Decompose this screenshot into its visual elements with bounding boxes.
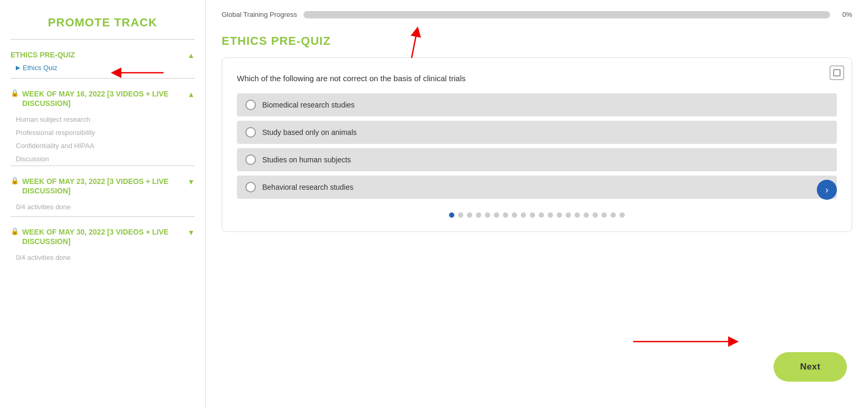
option-row-1[interactable]: Biomedical research studies bbox=[237, 93, 837, 116]
pagination-dot-12[interactable] bbox=[557, 212, 562, 218]
option-row-4[interactable]: Behavioral research studies bbox=[237, 176, 837, 199]
pagination-dot-16[interactable] bbox=[593, 212, 598, 218]
option-row-3[interactable]: Studies on human subjects bbox=[237, 148, 837, 171]
ethics-section-title: ETHICS PRE-QUIZ bbox=[11, 50, 183, 60]
may16-header[interactable]: 🔒 WEEK OF MAY 16, 2022 [3 VIDEOS + LIVE … bbox=[0, 85, 205, 112]
pagination-dot-9[interactable] bbox=[530, 212, 535, 218]
pagination-dot-19[interactable] bbox=[619, 212, 625, 218]
lock-icon-may23: 🔒 bbox=[11, 177, 19, 184]
progress-label: Global Training Progress bbox=[222, 11, 297, 18]
sidebar-title: PROMOTE TRACK bbox=[0, 11, 205, 39]
sidebar-section-may16: 🔒 WEEK OF MAY 16, 2022 [3 VIDEOS + LIVE … bbox=[0, 85, 205, 165]
pagination-dot-14[interactable] bbox=[575, 212, 580, 218]
option-row-2[interactable]: Study based only on animals bbox=[237, 121, 837, 144]
expand-icon-inner bbox=[833, 69, 841, 76]
may23-header[interactable]: 🔒 WEEK OF MAY 23, 2022 [3 VIDEOS + LIVE … bbox=[0, 172, 205, 200]
pagination-dot-0[interactable] bbox=[449, 212, 454, 218]
pagination-dot-2[interactable] bbox=[467, 212, 472, 218]
option-label-2: Study based only on animals bbox=[262, 128, 357, 137]
expand-button[interactable] bbox=[829, 65, 844, 80]
sidebar-section-ethics: ETHICS PRE-QUIZ ▲ ▶ Ethics Quiz bbox=[0, 46, 205, 78]
divider-1 bbox=[11, 78, 195, 79]
pagination-dot-5[interactable] bbox=[494, 212, 499, 218]
radio-option-1 bbox=[245, 100, 256, 110]
may16-item-1: Human subject research bbox=[0, 113, 205, 126]
may30-header-left: 🔒 WEEK OF MAY 30, 2022 [3 VIDEOS + LIVE … bbox=[11, 227, 183, 246]
radio-option-4 bbox=[245, 182, 256, 192]
ethics-collapse-icon: ▲ bbox=[187, 51, 195, 60]
sidebar: PROMOTE TRACK ETHICS PRE-QUIZ ▲ ▶ Ethics… bbox=[0, 0, 206, 408]
may30-title: WEEK OF MAY 30, 2022 [3 VIDEOS + LIVE DI… bbox=[22, 227, 183, 246]
sidebar-divider bbox=[11, 39, 195, 40]
radio-option-3 bbox=[245, 154, 256, 165]
pagination-dot-8[interactable] bbox=[521, 212, 526, 218]
may30-header[interactable]: 🔒 WEEK OF MAY 30, 2022 [3 VIDEOS + LIVE … bbox=[0, 223, 205, 250]
pagination-dot-17[interactable] bbox=[602, 212, 607, 218]
pagination-dot-1[interactable] bbox=[458, 212, 463, 218]
pagination-dot-10[interactable] bbox=[539, 212, 544, 218]
pagination-dot-4[interactable] bbox=[485, 212, 490, 218]
may23-collapse-icon: ▼ bbox=[187, 178, 195, 186]
lock-icon-may30: 🔒 bbox=[11, 227, 19, 235]
pagination-dot-18[interactable] bbox=[611, 212, 616, 218]
next-question-button[interactable]: › bbox=[817, 180, 837, 200]
may16-item-3: Confidentiality and HIPAA bbox=[0, 139, 205, 152]
progress-bar-row: Global Training Progress 0% bbox=[222, 11, 852, 18]
lock-icon-may16: 🔒 bbox=[11, 89, 19, 97]
ethics-quiz-label: Ethics Quiz bbox=[23, 64, 58, 72]
pagination-dot-11[interactable] bbox=[548, 212, 553, 218]
may16-item-2: Professional responsibility bbox=[0, 126, 205, 139]
sidebar-section-may23: 🔒 WEEK OF MAY 23, 2022 [3 VIDEOS + LIVE … bbox=[0, 172, 205, 216]
may23-title: WEEK OF MAY 23, 2022 [3 VIDEOS + LIVE DI… bbox=[22, 177, 183, 196]
divider-3 bbox=[11, 216, 195, 217]
ethics-quiz-link[interactable]: ▶ Ethics Quiz bbox=[0, 62, 205, 78]
may16-header-left: 🔒 WEEK OF MAY 16, 2022 [3 VIDEOS + LIVE … bbox=[11, 89, 183, 108]
pagination-dot-13[interactable] bbox=[566, 212, 571, 218]
may16-title: WEEK OF MAY 16, 2022 [3 VIDEOS + LIVE DI… bbox=[22, 89, 183, 108]
option-label-1: Biomedical research studies bbox=[262, 101, 355, 109]
progress-percent: 0% bbox=[836, 11, 852, 18]
quiz-section-title: ETHICS PRE-QUIZ bbox=[222, 34, 852, 48]
may16-collapse-icon: ▲ bbox=[187, 90, 195, 99]
main-content: Global Training Progress 0% ETHICS PRE-Q… bbox=[206, 0, 868, 408]
ethics-section-header[interactable]: ETHICS PRE-QUIZ ▲ bbox=[0, 46, 205, 62]
next-button[interactable]: Next bbox=[774, 352, 847, 382]
pagination-dot-3[interactable] bbox=[476, 212, 481, 218]
question-text: Which of the following are not correct o… bbox=[237, 73, 837, 84]
sidebar-section-may30: 🔒 WEEK OF MAY 30, 2022 [3 VIDEOS + LIVE … bbox=[0, 223, 205, 267]
ethics-link-arrow-icon: ▶ bbox=[16, 64, 20, 71]
pagination-dot-7[interactable] bbox=[512, 212, 517, 218]
pagination-dot-15[interactable] bbox=[584, 212, 589, 218]
may23-activities: 0/4 activities done bbox=[0, 200, 205, 216]
pagination-dot-6[interactable] bbox=[503, 212, 508, 218]
progress-bar-bg bbox=[303, 11, 830, 18]
option-label-3: Studies on human subjects bbox=[262, 156, 351, 164]
divider-2 bbox=[11, 166, 195, 166]
pagination-dots bbox=[237, 203, 837, 221]
may30-activities: 0/4 activities done bbox=[0, 250, 205, 267]
quiz-card: Which of the following are not correct o… bbox=[222, 57, 852, 232]
may16-item-4: Discussion bbox=[0, 152, 205, 166]
may30-collapse-icon: ▼ bbox=[187, 228, 195, 237]
may23-header-left: 🔒 WEEK OF MAY 23, 2022 [3 VIDEOS + LIVE … bbox=[11, 177, 183, 196]
radio-option-2 bbox=[245, 127, 256, 138]
option-label-4: Behavioral research studies bbox=[262, 183, 354, 191]
